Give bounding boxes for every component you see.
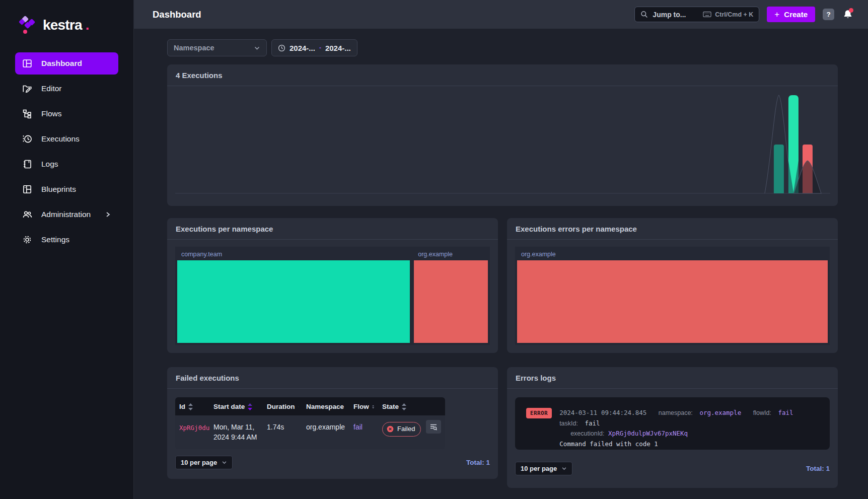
sidebar-item-blueprints[interactable]: Blueprints (15, 178, 118, 200)
namespace-select-value: Namespace (174, 44, 214, 52)
executions-bar-chart[interactable] (167, 86, 838, 204)
notification-dot (849, 8, 853, 13)
column-header-duration[interactable]: Duration (263, 397, 302, 415)
column-header-start-date[interactable]: Start date (209, 397, 263, 415)
log-meta-line: 2024-03-11 09:44:24.845 namespace: org.e… (559, 408, 819, 429)
log-timestamp: 2024-03-11 09:44:24.845 (559, 409, 646, 416)
chevron-down-icon (561, 466, 567, 471)
execution-id-value[interactable]: XpRGj0dulpWJv67pxNEKq (608, 430, 688, 437)
date-range-picker[interactable]: 2024-... - 2024-... (271, 39, 357, 56)
task-label: taskId: (559, 420, 578, 427)
kestra-logo-icon (19, 15, 37, 35)
treemap-cell-label: org.example (517, 248, 828, 260)
error-log-entry[interactable]: ERROR 2024-03-11 09:44:24.845 namespace:… (515, 397, 830, 450)
notifications-button[interactable] (843, 9, 853, 20)
sidebar-item-label: Settings (41, 235, 69, 244)
card-title: Errors logs (507, 367, 838, 389)
treemap-cell-rect (517, 260, 828, 343)
treemap-cell-label: company.team (177, 248, 410, 260)
dashboard-content: Namespace 2024-... - 2024- (134, 29, 868, 499)
column-header-state[interactable]: State (378, 397, 426, 415)
sort-icon-active[interactable] (248, 403, 252, 410)
kestra-logo[interactable]: kestra . (0, 15, 133, 52)
sort-icon[interactable] (298, 403, 299, 410)
page-title: Dashboard (153, 9, 201, 20)
sidebar-item-logs[interactable]: Logs (15, 153, 118, 175)
execution-id-link[interactable]: XpRGj0du (175, 415, 209, 449)
sidebar-item-label: Executions (41, 134, 80, 144)
sidebar-item-executions[interactable]: Executions (15, 128, 118, 150)
brand-name: kestra (43, 17, 82, 33)
treemap-cell-rect (177, 260, 410, 343)
namespace-cell: org.example (302, 415, 349, 449)
keyboard-icon (703, 11, 711, 18)
sidebar-item-administration[interactable]: Administration (15, 203, 118, 226)
task-value: fail (585, 419, 600, 427)
filter-bar: Namespace 2024-... - 2024- (167, 39, 838, 56)
chevron-right-icon (104, 211, 111, 218)
column-label: Id (179, 403, 185, 410)
namespace-select[interactable]: Namespace (167, 39, 267, 56)
treemap-cell-company-team[interactable]: company.team (177, 248, 410, 343)
table-row[interactable]: XpRGj0du Mon, Mar 11, 2024 9:44 AM 1.74s… (175, 415, 445, 449)
failed-executions-card: Failed executions Id Start date (167, 367, 498, 479)
plus-icon: + (774, 10, 779, 20)
sidebar-item-settings[interactable]: Settings (15, 229, 118, 251)
clock-icon (278, 44, 285, 52)
topbar: Dashboard Jump to... (134, 0, 868, 29)
executions-per-namespace-card: Executions per namespace company.team or… (167, 218, 498, 353)
sort-icon[interactable] (188, 403, 193, 410)
failed-state-badge[interactable]: Failed (382, 422, 421, 437)
sidebar-item-label: Blueprints (41, 185, 76, 194)
help-button[interactable]: ? (823, 9, 834, 20)
create-button[interactable]: + Create (767, 7, 815, 22)
column-header-flow[interactable]: Flow (349, 397, 378, 415)
task-logs-button[interactable] (426, 420, 441, 434)
namespace-treemap: company.team org.example (175, 247, 490, 345)
main-area: Dashboard Jump to... (134, 0, 868, 499)
log-text: 2024-03-11 09:44:24.845 namespace: org.e… (559, 408, 819, 450)
card-title: Executions per namespace (167, 218, 498, 240)
settings-gear-icon (22, 235, 32, 245)
card-title: Failed executions (167, 367, 498, 389)
executions-history-icon (22, 134, 32, 144)
sort-icon[interactable] (402, 403, 406, 410)
sort-icon[interactable] (372, 403, 374, 410)
failed-pagination: 10 per page Total: 1 (175, 456, 490, 469)
jump-to-search[interactable]: Jump to... Ctrl/Cmd + K (634, 7, 759, 22)
column-header-id[interactable]: Id (175, 397, 209, 415)
date-end-value: 2024-... (325, 44, 351, 52)
question-mark-icon: ? (826, 11, 830, 18)
namespace-value[interactable]: org.example (699, 409, 741, 416)
column-header-actions (426, 397, 445, 415)
chevron-down-icon (254, 45, 260, 51)
column-header-namespace[interactable]: Namespace (302, 397, 349, 415)
circle-x-icon (387, 425, 394, 433)
sidebar-item-label: Logs (41, 160, 58, 169)
sidebar-nav: Dashboard Editor Flows (0, 52, 133, 251)
errors-treemap: org.example (515, 247, 830, 345)
sidebar-item-editor[interactable]: Editor (15, 78, 118, 100)
treemap-cell-org-example[interactable]: org.example (517, 248, 828, 343)
total-count: Total: 1 (466, 459, 490, 466)
state-cell: Failed (378, 415, 426, 449)
flow-value[interactable]: fail (778, 409, 793, 416)
topbar-actions: Jump to... Ctrl/Cmd + K + (634, 7, 853, 22)
column-label: Duration (267, 403, 295, 410)
dashboard-grid-icon (22, 58, 32, 68)
errors-logs-pagination: 10 per page Total: 1 (515, 462, 830, 475)
create-label: Create (784, 10, 808, 19)
date-start-value: 2024-... (290, 44, 315, 52)
treemap-cell-org-example[interactable]: org.example (413, 248, 488, 343)
treemap-cell-label: org.example (413, 248, 488, 260)
sidebar-item-flows[interactable]: Flows (15, 103, 118, 125)
column-label: Flow (353, 403, 369, 410)
per-page-select[interactable]: 10 per page (515, 462, 572, 475)
start-date-cell: Mon, Mar 11, 2024 9:44 AM (209, 415, 263, 449)
date-separator: - (319, 44, 321, 51)
flow-link[interactable]: fail (349, 415, 378, 449)
sidebar-item-dashboard[interactable]: Dashboard (15, 52, 118, 75)
flow-label: flowId: (753, 409, 771, 416)
executions-card-title: 4 Executions (167, 64, 838, 86)
per-page-select[interactable]: 10 per page (175, 456, 233, 469)
